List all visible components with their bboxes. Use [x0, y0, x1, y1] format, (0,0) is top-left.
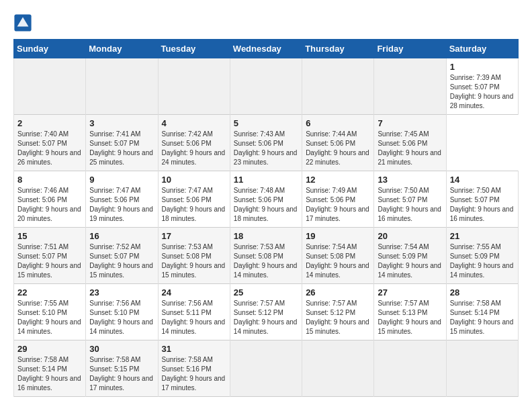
calendar-cell	[158, 58, 230, 115]
calendar-cell: 20 Sunrise: 7:54 AMSunset: 5:09 PMDaylig…	[374, 228, 446, 284]
calendar-week-row: 8 Sunrise: 7:46 AMSunset: 5:06 PMDayligh…	[14, 171, 519, 228]
day-number: 21	[450, 231, 515, 241]
day-info: Sunrise: 7:58 AMSunset: 5:14 PMDaylight:…	[17, 355, 82, 393]
calendar-cell: 16 Sunrise: 7:52 AMSunset: 5:07 PMDaylig…	[86, 228, 158, 284]
calendar-cell: 25 Sunrise: 7:57 AMSunset: 5:12 PMDaylig…	[230, 284, 302, 340]
calendar-cell: 14 Sunrise: 7:50 AMSunset: 5:07 PMDaylig…	[446, 171, 518, 228]
day-info: Sunrise: 7:57 AMSunset: 5:12 PMDaylight:…	[234, 299, 298, 336]
calendar-header: SundayMondayTuesdayWednesdayThursdayFrid…	[14, 40, 519, 58]
day-number: 17	[162, 231, 226, 241]
calendar-cell	[302, 58, 374, 115]
calendar-cell: 22 Sunrise: 7:55 AMSunset: 5:10 PMDaylig…	[14, 284, 86, 340]
calendar-cell: 23 Sunrise: 7:56 AMSunset: 5:10 PMDaylig…	[86, 284, 158, 340]
calendar-week-row: 15 Sunrise: 7:51 AMSunset: 5:07 PMDaylig…	[14, 228, 519, 284]
calendar-cell: 18 Sunrise: 7:53 AMSunset: 5:08 PMDaylig…	[230, 228, 302, 284]
day-info: Sunrise: 7:57 AMSunset: 5:12 PMDaylight:…	[306, 299, 370, 336]
calendar-cell: 26 Sunrise: 7:57 AMSunset: 5:12 PMDaylig…	[302, 284, 374, 340]
day-info: Sunrise: 7:55 AMSunset: 5:10 PMDaylight:…	[17, 299, 82, 336]
calendar-cell: 27 Sunrise: 7:57 AMSunset: 5:13 PMDaylig…	[374, 284, 446, 340]
calendar-cell: 11 Sunrise: 7:48 AMSunset: 5:06 PMDaylig…	[230, 171, 302, 228]
calendar-table: SundayMondayTuesdayWednesdayThursdayFrid…	[13, 39, 519, 397]
day-number: 30	[89, 344, 154, 354]
calendar-cell: 1 Sunrise: 7:39 AMSunset: 5:07 PMDayligh…	[446, 58, 518, 115]
day-number: 4	[162, 118, 226, 128]
day-number: 26	[306, 287, 370, 298]
day-info: Sunrise: 7:56 AMSunset: 5:11 PMDaylight:…	[162, 299, 226, 336]
calendar-cell	[374, 340, 446, 397]
header-day: Saturday	[446, 40, 518, 58]
page-header	[13, 13, 519, 32]
day-number: 6	[306, 118, 370, 128]
header-day: Friday	[374, 40, 446, 58]
day-number: 2	[17, 118, 82, 128]
day-info: Sunrise: 7:54 AMSunset: 5:09 PMDaylight:…	[378, 242, 442, 280]
header-day: Wednesday	[230, 40, 302, 58]
calendar-cell: 7 Sunrise: 7:45 AMSunset: 5:06 PMDayligh…	[374, 115, 446, 171]
calendar-cell: 29 Sunrise: 7:58 AMSunset: 5:14 PMDaylig…	[14, 340, 86, 397]
day-number: 24	[162, 287, 226, 298]
day-info: Sunrise: 7:43 AMSunset: 5:06 PMDaylight:…	[234, 130, 298, 167]
day-number: 19	[306, 231, 370, 241]
day-info: Sunrise: 7:50 AMSunset: 5:07 PMDaylight:…	[450, 186, 515, 224]
calendar-cell	[446, 340, 518, 397]
calendar-cell: 15 Sunrise: 7:51 AMSunset: 5:07 PMDaylig…	[14, 228, 86, 284]
calendar-body: 1 Sunrise: 7:39 AMSunset: 5:07 PMDayligh…	[14, 58, 519, 397]
calendar-cell: 17 Sunrise: 7:53 AMSunset: 5:08 PMDaylig…	[158, 228, 230, 284]
header-row: SundayMondayTuesdayWednesdayThursdayFrid…	[14, 40, 519, 58]
calendar-cell: 3 Sunrise: 7:41 AMSunset: 5:07 PMDayligh…	[86, 115, 158, 171]
day-number: 8	[17, 175, 82, 185]
day-info: Sunrise: 7:56 AMSunset: 5:10 PMDaylight:…	[89, 299, 154, 336]
day-info: Sunrise: 7:48 AMSunset: 5:06 PMDaylight:…	[234, 186, 298, 224]
day-info: Sunrise: 7:53 AMSunset: 5:08 PMDaylight:…	[162, 242, 226, 280]
calendar-week-row: 29 Sunrise: 7:58 AMSunset: 5:14 PMDaylig…	[14, 340, 519, 397]
calendar-cell: 5 Sunrise: 7:43 AMSunset: 5:06 PMDayligh…	[230, 115, 302, 171]
calendar-cell: 6 Sunrise: 7:44 AMSunset: 5:06 PMDayligh…	[302, 115, 374, 171]
day-number: 5	[234, 118, 298, 128]
calendar-cell: 9 Sunrise: 7:47 AMSunset: 5:06 PMDayligh…	[86, 171, 158, 228]
day-info: Sunrise: 7:41 AMSunset: 5:07 PMDaylight:…	[89, 130, 154, 167]
calendar-cell: 8 Sunrise: 7:46 AMSunset: 5:06 PMDayligh…	[14, 171, 86, 228]
day-number: 13	[378, 175, 442, 185]
day-info: Sunrise: 7:58 AMSunset: 5:14 PMDaylight:…	[450, 299, 515, 336]
logo-icon	[13, 13, 32, 32]
header-day: Sunday	[14, 40, 86, 58]
calendar-week-row: 2 Sunrise: 7:40 AMSunset: 5:07 PMDayligh…	[14, 115, 519, 171]
calendar-cell: 2 Sunrise: 7:40 AMSunset: 5:07 PMDayligh…	[14, 115, 86, 171]
day-number: 23	[89, 287, 154, 298]
day-number: 3	[89, 118, 154, 128]
day-info: Sunrise: 7:45 AMSunset: 5:06 PMDaylight:…	[378, 130, 442, 167]
day-info: Sunrise: 7:49 AMSunset: 5:06 PMDaylight:…	[306, 186, 370, 224]
day-number: 18	[234, 231, 298, 241]
calendar-cell	[302, 340, 374, 397]
calendar-week-row: 22 Sunrise: 7:55 AMSunset: 5:10 PMDaylig…	[14, 284, 519, 340]
calendar-cell	[230, 340, 302, 397]
calendar-cell: 4 Sunrise: 7:42 AMSunset: 5:06 PMDayligh…	[158, 115, 230, 171]
calendar-cell	[374, 58, 446, 115]
day-info: Sunrise: 7:58 AMSunset: 5:15 PMDaylight:…	[89, 355, 154, 393]
day-info: Sunrise: 7:42 AMSunset: 5:06 PMDaylight:…	[162, 130, 226, 167]
day-info: Sunrise: 7:40 AMSunset: 5:07 PMDaylight:…	[17, 130, 82, 167]
day-number: 9	[89, 175, 154, 185]
logo	[13, 13, 35, 32]
calendar-cell	[14, 58, 86, 115]
calendar-cell: 30 Sunrise: 7:58 AMSunset: 5:15 PMDaylig…	[86, 340, 158, 397]
day-number: 31	[162, 344, 226, 354]
day-number: 11	[234, 175, 298, 185]
calendar-cell: 21 Sunrise: 7:55 AMSunset: 5:09 PMDaylig…	[446, 228, 518, 284]
calendar-cell: 10 Sunrise: 7:47 AMSunset: 5:06 PMDaylig…	[158, 171, 230, 228]
day-number: 16	[89, 231, 154, 241]
day-number: 20	[378, 231, 442, 241]
day-number: 28	[450, 287, 515, 298]
day-info: Sunrise: 7:46 AMSunset: 5:06 PMDaylight:…	[17, 186, 82, 224]
day-number: 25	[234, 287, 298, 298]
day-info: Sunrise: 7:58 AMSunset: 5:16 PMDaylight:…	[162, 355, 226, 393]
day-info: Sunrise: 7:57 AMSunset: 5:13 PMDaylight:…	[378, 299, 442, 336]
day-info: Sunrise: 7:50 AMSunset: 5:07 PMDaylight:…	[378, 186, 442, 224]
calendar-cell: 31 Sunrise: 7:58 AMSunset: 5:16 PMDaylig…	[158, 340, 230, 397]
day-number: 12	[306, 175, 370, 185]
day-number: 14	[450, 175, 515, 185]
day-number: 15	[17, 231, 82, 241]
calendar-cell: 13 Sunrise: 7:50 AMSunset: 5:07 PMDaylig…	[374, 171, 446, 228]
day-info: Sunrise: 7:51 AMSunset: 5:07 PMDaylight:…	[17, 242, 82, 280]
day-number: 29	[17, 344, 82, 354]
